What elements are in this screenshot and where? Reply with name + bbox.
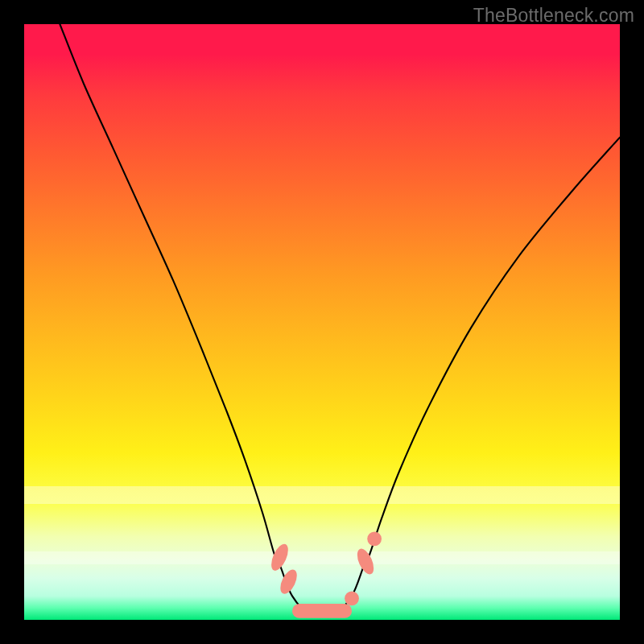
curve-markers (268, 531, 382, 617)
chart-svg (24, 24, 620, 620)
curve-marker-5 (367, 531, 382, 546)
chart-plot-area (24, 24, 620, 620)
gradient-band-2 (24, 551, 620, 564)
curve-marker-1 (277, 567, 300, 596)
curve-marker-3 (345, 591, 359, 605)
watermark-text: TheBottleneck.com (473, 5, 634, 27)
gradient-band-1 (24, 486, 620, 504)
curve-marker-4 (354, 547, 378, 577)
bottleneck-curve (60, 24, 620, 616)
curve-line (60, 24, 620, 616)
chart-frame: TheBottleneck.com (0, 0, 644, 644)
curve-marker-0 (268, 542, 291, 573)
curve-marker-2 (292, 604, 352, 618)
